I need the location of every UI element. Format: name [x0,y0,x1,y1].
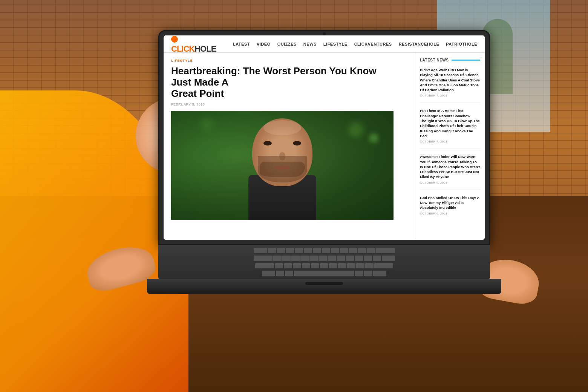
key[interactable] [358,248,366,254]
laptop-screen: CLICKHOLE LATEST VIDEO QUIZZES NEWS LIFE… [164,35,485,240]
key[interactable] [286,248,294,254]
key[interactable] [276,271,284,277]
article-title[interactable]: Heartbreaking: The Worst Person You Know… [171,66,390,100]
nav-item-patriothole[interactable]: PATRIOTHOLE [446,42,477,46]
nav-item-news[interactable]: NEWS [303,42,317,46]
news-item-date-3: OCTOBER 6, 2021 [420,181,480,184]
key[interactable] [268,248,276,254]
key[interactable] [349,248,357,254]
article-image [171,111,394,220]
key[interactable] [293,263,301,269]
nav-item-clickventures[interactable]: CLICKVENTURES [354,42,392,46]
key[interactable] [347,263,355,269]
nav-item-video[interactable]: VIDEO [257,42,271,46]
nav-menu: LATEST VIDEO QUIZZES NEWS LIFESTYLE CLIC… [233,42,477,46]
nav-item-resistancehole[interactable]: RESISTANCEHOLE [399,42,439,46]
key[interactable] [318,256,327,262]
laptop-lid: CLICKHOLE LATEST VIDEO QUIZZES NEWS LIFE… [158,30,490,245]
news-item-date-4: OCTOBER 6, 2021 [420,212,480,215]
key-return[interactable] [374,263,393,269]
sidebar: LateST NEWS Didn't Age Well: HBO Max is … [415,53,485,240]
key[interactable] [364,256,372,262]
key[interactable] [277,248,285,254]
key[interactable] [320,263,328,269]
key[interactable] [355,256,363,262]
key[interactable] [376,248,395,254]
key[interactable] [302,263,310,269]
latest-news-bar [452,60,480,61]
article-man-photo [226,115,339,220]
key-spacebar[interactable] [294,271,354,277]
man-head [252,118,312,186]
nav-item-latest[interactable]: LATEST [233,42,250,46]
key[interactable] [275,263,283,269]
navbar: CLICKHOLE LATEST VIDEO QUIZZES NEWS LIFE… [164,35,485,53]
key[interactable] [365,263,374,269]
news-item-date-2: OCTOBER 7, 2021 [420,140,480,143]
key[interactable] [337,256,345,262]
news-item-title-1: Didn't Age Well: HBO Max is Playing All … [420,67,480,92]
article-date: FEBRUARY 5, 2018 [171,103,407,106]
main-content: LIFESTYLE Heartbreaking: The Worst Perso… [164,53,485,240]
laptop-keyboard[interactable] [158,245,490,279]
key[interactable] [322,248,330,254]
category-tag: LIFESTYLE [171,59,407,63]
news-item-2[interactable]: Put Them In A Home First Challenge: Pare… [420,108,480,149]
key[interactable] [254,248,267,254]
key[interactable] [311,263,319,269]
news-item-title-2: Put Them In A Home First Challenge: Pare… [420,108,480,138]
key[interactable] [382,256,395,262]
key[interactable] [329,263,337,269]
key-shift[interactable] [262,271,275,277]
key[interactable] [295,248,303,254]
key[interactable] [364,271,372,277]
key[interactable] [346,256,354,262]
key[interactable] [304,248,312,254]
news-item-3[interactable]: Awesome! Tinder Will Now Warn You If Som… [420,154,480,190]
key[interactable] [254,256,273,262]
key[interactable] [340,248,348,254]
key[interactable] [284,263,292,269]
key[interactable] [373,256,381,262]
key[interactable] [273,256,282,262]
key[interactable] [328,256,336,262]
news-item-date-1: OCTOBER 7, 2021 [420,94,480,97]
site-logo[interactable]: CLICKHOLE [171,35,222,54]
key[interactable] [285,271,293,277]
article-section: LIFESTYLE Heartbreaking: The Worst Perso… [164,53,415,240]
nav-item-lifestyle[interactable]: LIFESTYLE [323,42,348,46]
news-item-title-4: God Has Smiled On Us This Day: A New Tom… [420,195,480,210]
key[interactable] [300,256,309,262]
key[interactable] [291,256,300,262]
latest-news-label: LateST NEWS [420,58,449,62]
website: CLICKHOLE LATEST VIDEO QUIZZES NEWS LIFE… [164,35,485,240]
key[interactable] [356,263,364,269]
news-item-4[interactable]: God Has Smiled On Us This Day: A New Tom… [420,195,480,220]
key[interactable] [355,271,363,277]
latest-news-header: LateST NEWS [420,58,480,62]
key[interactable] [309,256,318,262]
news-item-title-3: Awesome! Tinder Will Now Warn You If Som… [420,154,480,179]
laptop-base [147,279,501,294]
laptop: CLICKHOLE LATEST VIDEO QUIZZES NEWS LIFE… [147,30,501,294]
key[interactable] [282,256,291,262]
key[interactable] [331,248,339,254]
scene: CLICKHOLE LATEST VIDEO QUIZZES NEWS LIFE… [0,0,588,392]
news-item-1[interactable]: Didn't Age Well: HBO Max is Playing All … [420,67,480,103]
key-shift-right[interactable] [373,271,386,277]
key[interactable] [313,248,321,254]
nav-item-quizzes[interactable]: QUIZZES [277,42,297,46]
key[interactable] [338,263,346,269]
key[interactable] [255,263,274,269]
key[interactable] [367,248,375,254]
